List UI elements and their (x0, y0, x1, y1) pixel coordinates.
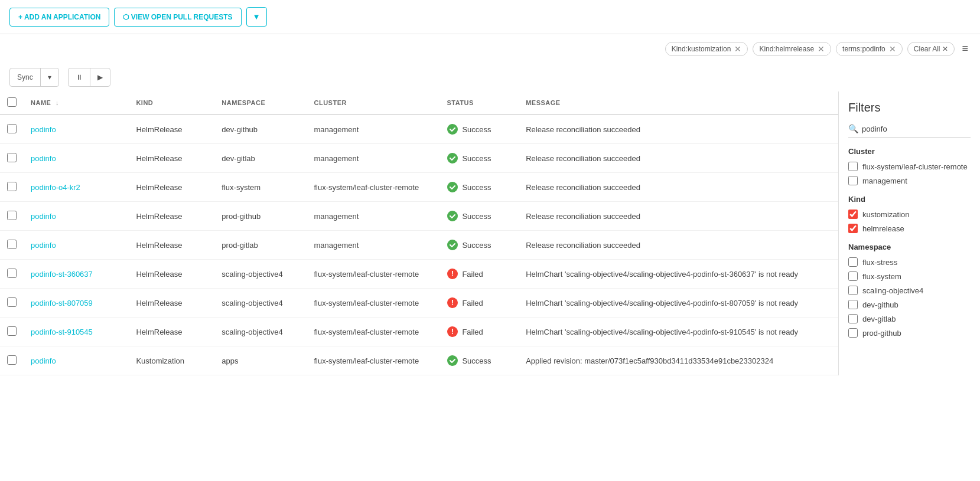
filter-search-box: 🔍 (848, 124, 971, 138)
table-row: podinfo HelmRelease prod-gitlab manageme… (0, 231, 838, 260)
row-name-link[interactable]: podinfo (31, 212, 56, 221)
chip-podinfo-close[interactable]: ✕ (889, 45, 896, 53)
row-checkbox[interactable] (7, 124, 17, 133)
ns-dev-gitlab-checkbox[interactable] (848, 314, 858, 323)
ns-scaling-label[interactable]: scaling-objective4 (862, 286, 923, 295)
kind-option-kustomization: kustomization (848, 210, 971, 219)
kind-kustomization-label[interactable]: kustomization (862, 210, 909, 219)
row-message-cell: Release reconciliation succeeded (519, 173, 838, 202)
row-kind-cell: HelmRelease (129, 144, 214, 173)
row-name-cell: podinfo (24, 114, 129, 144)
failed-icon: ! (447, 297, 458, 309)
table-row: podinfo-st-360637 HelmRelease scaling-ob… (0, 260, 838, 289)
row-name-link[interactable]: podinfo (31, 125, 56, 134)
namespace-option-prod-github: prod-github (848, 328, 971, 338)
namespace-option-dev-gitlab: dev-gitlab (848, 314, 971, 323)
svg-point-2 (447, 182, 458, 192)
clear-all-button[interactable]: Clear All ✕ (907, 42, 955, 56)
play-button[interactable]: ▶ (90, 70, 110, 85)
ns-flux-system-label[interactable]: flux-system (862, 272, 901, 281)
row-namespace-cell: scaling-objective4 (214, 318, 307, 346)
view-pull-requests-button[interactable]: ⬡ VIEW OPEN PULL REQUESTS (114, 8, 241, 27)
row-checkbox[interactable] (7, 326, 17, 336)
row-checkbox[interactable] (7, 182, 17, 191)
table-row: podinfo-st-807059 HelmRelease scaling-ob… (0, 289, 838, 318)
row-namespace-cell: dev-gitlab (214, 144, 307, 173)
row-status-cell: Success (439, 114, 519, 144)
ns-flux-system-checkbox[interactable] (848, 271, 858, 281)
chip-helmrelease-close[interactable]: ✕ (818, 45, 825, 53)
row-name-link[interactable]: podinfo-st-807059 (31, 299, 93, 307)
cluster-management-checkbox[interactable] (848, 176, 858, 185)
cluster-option-leaf: flux-system/leaf-cluster-remote (848, 162, 971, 171)
ns-dev-github-label[interactable]: dev-github (862, 300, 898, 309)
row-kind-cell: HelmRelease (129, 318, 214, 346)
row-kind-cell: HelmRelease (129, 114, 214, 144)
pause-play-group: ⏸ ▶ (68, 68, 110, 87)
select-all-checkbox[interactable] (7, 97, 17, 107)
cluster-leaf-label[interactable]: flux-system/leaf-cluster-remote (862, 162, 968, 171)
add-application-button[interactable]: + ADD AN APPLICATION (9, 8, 109, 27)
chip-kustomization-close[interactable]: ✕ (734, 45, 741, 53)
ns-prod-github-label[interactable]: prod-github (862, 329, 901, 338)
row-status-cell: Success (439, 144, 519, 173)
sync-button[interactable]: Sync (10, 70, 40, 85)
row-status-cell: ! Failed (439, 289, 519, 318)
table-section: NAME ↓ KIND NAMESPACE CLUSTER STATUS MES… (0, 91, 838, 375)
row-cluster-cell: management (307, 114, 439, 144)
view-dropdown-button[interactable]: ▼ (246, 7, 267, 27)
svg-point-3 (447, 211, 458, 221)
col-header-name[interactable]: NAME ↓ (24, 91, 129, 114)
table-body: podinfo HelmRelease dev-github managemen… (0, 114, 838, 375)
filter-toggle-button[interactable]: ≡ (959, 40, 971, 57)
filter-chips-row: Kind:kustomization ✕ Kind:helmrelease ✕ … (0, 34, 980, 63)
ns-scaling-checkbox[interactable] (848, 286, 858, 295)
row-kind-cell: HelmRelease (129, 231, 214, 260)
filters-sidebar: Filters 🔍 Cluster flux-system/leaf-clust… (838, 91, 980, 375)
kind-kustomization-checkbox[interactable] (848, 210, 858, 219)
row-cluster-cell: management (307, 231, 439, 260)
kind-helmrelease-label[interactable]: helmrelease (862, 224, 904, 233)
row-checkbox[interactable] (7, 211, 17, 220)
row-name-link[interactable]: podinfo-st-910545 (31, 328, 93, 336)
chip-kustomization: Kind:kustomization ✕ (665, 42, 748, 56)
svg-point-4 (447, 240, 458, 250)
row-name-cell: podinfo-st-360637 (24, 260, 129, 289)
namespace-option-flux-system: flux-system (848, 271, 971, 281)
ns-prod-github-checkbox[interactable] (848, 328, 858, 338)
row-name-link[interactable]: podinfo (31, 356, 56, 365)
cluster-management-label[interactable]: management (862, 176, 907, 185)
name-sort-icon[interactable]: ↓ (56, 99, 59, 106)
row-kind-cell: HelmRelease (129, 173, 214, 202)
row-name-link[interactable]: podinfo (31, 154, 56, 163)
cluster-leaf-checkbox[interactable] (848, 162, 858, 171)
table-row: podinfo-o4-kr2 HelmRelease flux-system f… (0, 173, 838, 202)
ns-dev-gitlab-label[interactable]: dev-gitlab (862, 315, 896, 323)
row-checkbox[interactable] (7, 297, 17, 307)
row-name-cell: podinfo-o4-kr2 (24, 173, 129, 202)
svg-point-11 (447, 355, 458, 366)
row-message-cell: Release reconciliation succeeded (519, 114, 838, 144)
row-checkbox[interactable] (7, 240, 17, 249)
success-icon (447, 239, 458, 251)
top-toolbar: + ADD AN APPLICATION ⬡ VIEW OPEN PULL RE… (0, 0, 980, 34)
row-name-link[interactable]: podinfo (31, 241, 56, 250)
row-name-cell: podinfo (24, 144, 129, 173)
kind-helmrelease-checkbox[interactable] (848, 224, 858, 233)
col-header-message: MESSAGE (519, 91, 838, 114)
row-checkbox[interactable] (7, 355, 17, 365)
sync-dropdown-button[interactable]: ▾ (41, 70, 58, 85)
row-cluster-cell: flux-system/leaf-cluster-remote (307, 318, 439, 346)
ns-dev-github-checkbox[interactable] (848, 300, 858, 309)
row-checkbox[interactable] (7, 153, 17, 162)
row-kind-cell: HelmRelease (129, 202, 214, 231)
row-checkbox[interactable] (7, 269, 17, 278)
pause-button[interactable]: ⏸ (69, 70, 90, 85)
ns-flux-stress-checkbox[interactable] (848, 257, 858, 267)
filter-search-input[interactable] (862, 125, 971, 133)
row-name-link[interactable]: podinfo-st-360637 (31, 270, 93, 279)
sync-toolbar: Sync ▾ ⏸ ▶ (0, 63, 980, 91)
row-name-link[interactable]: podinfo-o4-kr2 (31, 183, 80, 192)
row-kind-cell: HelmRelease (129, 260, 214, 289)
ns-flux-stress-label[interactable]: flux-stress (862, 258, 897, 267)
